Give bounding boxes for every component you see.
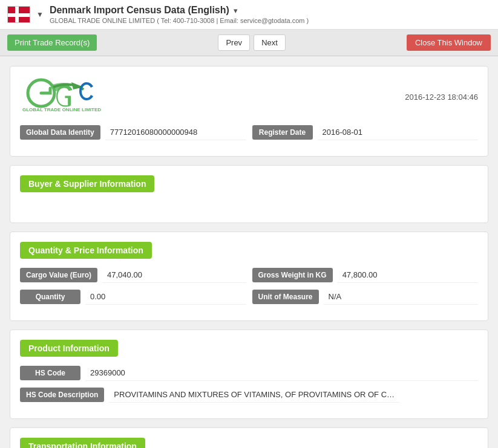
hs-code-row: HS Code 29369000 [20, 365, 478, 381]
hs-desc-group: HS Code Description PROVITAMINS AND MIXT… [20, 387, 478, 403]
cargo-gross-row: Cargo Value (Euro) 47,040.00 Gross Weigh… [20, 267, 478, 283]
app-title: Denmark Import Census Data (English) [50, 5, 229, 15]
main-content: GLOBAL TRADE ONLINE LIMITED 2016-12-23 1… [0, 56, 498, 448]
gross-weight-group: Gross Weight in KG 47,800.00 [252, 267, 479, 283]
identity-card: GLOBAL TRADE ONLINE LIMITED 2016-12-23 1… [10, 66, 488, 157]
transportation-header: Transportation Information [20, 438, 145, 448]
cargo-value-value: 47,040.00 [102, 267, 246, 283]
gto-logo: GLOBAL TRADE ONLINE LIMITED [20, 76, 105, 117]
flag-icon [7, 6, 30, 23]
quantity-value: 0.00 [85, 289, 246, 305]
dropdown-arrow-icon[interactable]: ▼ [36, 10, 44, 19]
next-button[interactable]: Next [254, 34, 286, 51]
transportation-section: Transportation Information Country of Or… [10, 427, 488, 448]
global-identity-row: Global Data Identity 7771201608000000094… [20, 125, 478, 140]
register-date-value: 2016-08-01 [318, 125, 479, 140]
cargo-value-group: Cargo Value (Euro) 47,040.00 [20, 267, 246, 283]
hs-desc-value: PROVITAMINS AND MIXTURES OF VITAMINS, OF… [109, 387, 399, 403]
register-date-label: Register Date [252, 125, 313, 140]
close-button[interactable]: Close This Window [407, 34, 491, 51]
print-button[interactable]: Print Trade Record(s) [7, 34, 97, 51]
quantity-price-header: Quantity & Price Information [20, 242, 152, 259]
timestamp: 2016-12-23 18:04:46 [405, 93, 478, 102]
gross-weight-value: 47,800.00 [338, 267, 478, 283]
hs-code-value: 29369000 [85, 365, 478, 381]
prev-button[interactable]: Prev [218, 34, 250, 51]
buyer-supplier-section: Buyer & Supplier Information [10, 165, 488, 223]
toolbar: Print Trade Record(s) Prev Next Close Th… [0, 30, 498, 56]
gross-weight-label: Gross Weight in KG [252, 268, 333, 282]
cargo-value-label: Cargo Value (Euro) [20, 268, 97, 282]
unit-of-measure-value: N/A [324, 289, 478, 305]
svg-rect-2 [8, 13, 30, 17]
global-data-identity-group: Global Data Identity 7771201608000000094… [20, 125, 246, 140]
unit-of-measure-label: Unit of Measure [252, 290, 319, 304]
register-date-group: Register Date 2016-08-01 [252, 125, 479, 140]
hs-desc-label: HS Code Description [20, 388, 104, 402]
header-title-block: Denmark Import Census Data (English) ▾ G… [50, 5, 491, 24]
quantity-price-section: Quantity & Price Information Cargo Value… [10, 232, 488, 321]
unit-of-measure-group: Unit of Measure N/A [252, 289, 479, 305]
buyer-supplier-header: Buyer & Supplier Information [20, 175, 154, 192]
hs-code-label: HS Code [20, 366, 80, 380]
product-header: Product Information [20, 340, 118, 357]
company-info: GLOBAL TRADE ONLINE LIMITED ( Tel: 400-7… [50, 17, 491, 24]
product-section: Product Information HS Code 29369000 HS … [10, 330, 488, 419]
app-header: ▼ Denmark Import Census Data (English) ▾… [0, 0, 498, 30]
logo-row: GLOBAL TRADE ONLINE LIMITED 2016-12-23 1… [20, 76, 478, 117]
quantity-label: Quantity [20, 290, 80, 304]
global-data-identity-label: Global Data Identity [20, 125, 100, 140]
quantity-group: Quantity 0.00 [20, 289, 246, 305]
title-dropdown-arrow[interactable]: ▾ [234, 6, 238, 15]
hs-desc-row: HS Code Description PROVITAMINS AND MIXT… [20, 387, 478, 403]
global-data-identity-value: 77712016080000000948 [105, 125, 246, 140]
buyer-supplier-content [20, 201, 478, 213]
quantity-unit-row: Quantity 0.00 Unit of Measure N/A [20, 289, 478, 305]
hs-code-group: HS Code 29369000 [20, 365, 478, 381]
svg-text:GLOBAL TRADE ONLINE LIMITED: GLOBAL TRADE ONLINE LIMITED [22, 107, 101, 112]
